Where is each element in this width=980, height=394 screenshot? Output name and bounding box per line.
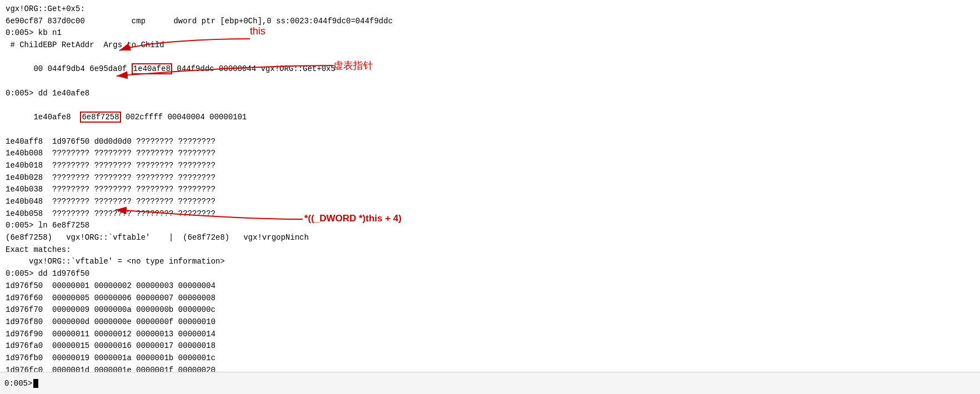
code-line-1: vgx!ORG::Get+0x5: xyxy=(6,3,974,16)
code-line-2: 6e90cf87 837d0c00 cmp dword ptr [ebp+0Ch… xyxy=(6,16,974,28)
line5-before: 00 044f9db4 6e95da0f xyxy=(33,64,131,73)
code-line-23: 1d976f80 0000000d 0000000e 0000000f 0000… xyxy=(6,316,974,329)
code-line-22: 1d976f70 00000009 0000000a 0000000b 0000… xyxy=(6,304,974,316)
code-line-18: vgx!ORG::`vftable' = <no type informatio… xyxy=(6,256,974,268)
code-line-5: 00 044f9db4 6e95da0f 1e40afe8 044f9ddc 0… xyxy=(6,52,974,88)
terminal-output: vgx!ORG::Get+0x5: 6e90cf87 837d0c00 cmp … xyxy=(0,0,980,378)
code-line-11: 1e40b028 ???????? ???????? ???????? ????… xyxy=(6,172,974,184)
code-line-16: (6e8f7258) vgx!ORG::`vftable' | (6e8f72e… xyxy=(6,232,974,244)
code-line-8: 1e40aff8 1d976f50 d0d0d0d0 ???????? ????… xyxy=(6,136,974,148)
code-line-15: 0:005> ln 6e8f7258 xyxy=(6,220,974,232)
cursor-block[interactable] xyxy=(33,379,38,388)
code-line-6: 0:005> dd 1e40afe8 xyxy=(6,88,974,100)
this-annotation: this xyxy=(250,26,265,37)
code-line-26: 1d976fb0 00000019 0000001a 0000001b 0000… xyxy=(6,352,974,365)
code-line-4: # ChildEBP RetAddr Args to Child xyxy=(6,39,974,52)
code-line-21: 1d976f60 00000005 00000006 00000007 0000… xyxy=(6,292,974,305)
code-line-12: 1e40b038 ???????? ???????? ???????? ????… xyxy=(6,184,974,196)
code-line-14: 1e40b058 ???????? ???????? ???????? ????… xyxy=(6,208,974,220)
code-line-3: 0:005> kb n1 xyxy=(6,27,974,39)
vtable-annotation: 虚表指针 xyxy=(333,59,373,72)
code-line-9: 1e40b008 ???????? ???????? ???????? ????… xyxy=(6,148,974,160)
code-line-19: 0:005> dd 1d976f50 xyxy=(6,268,974,280)
code-line-24: 1d976f90 00000011 00000012 00000013 0000… xyxy=(6,329,974,341)
bottom-prompt-text: 0:005> xyxy=(4,379,32,388)
dword-annotation: *((_DWORD *)this + 4) xyxy=(304,213,401,224)
code-line-17: Exact matches: xyxy=(6,244,974,256)
code-line-10: 1e40b018 ???????? ???????? ???????? ????… xyxy=(6,160,974,172)
code-line-25: 1d976fa0 00000015 00000016 00000017 0000… xyxy=(6,340,974,352)
bottom-prompt-bar: 0:005> xyxy=(0,372,980,394)
code-line-20: 1d976f50 00000001 00000002 00000003 0000… xyxy=(6,280,974,292)
vtable-highlight-6e8f7258: 6e8f7258 xyxy=(80,112,120,123)
line7-addr: 1e40afe8 xyxy=(33,113,80,122)
code-line-13: 1e40b048 ???????? ???????? ???????? ????… xyxy=(6,196,974,208)
code-line-7: 1e40afe8 6e8f7258 002cffff 00040004 0000… xyxy=(6,100,974,136)
addr-highlight-1e40afe8: 1e40afe8 xyxy=(132,63,172,74)
line7-rest: 002cffff 00040004 00000101 xyxy=(121,113,247,122)
line5-after: 044f9ddc 00000044 vgx!ORG::Get+0x5 xyxy=(172,64,335,73)
